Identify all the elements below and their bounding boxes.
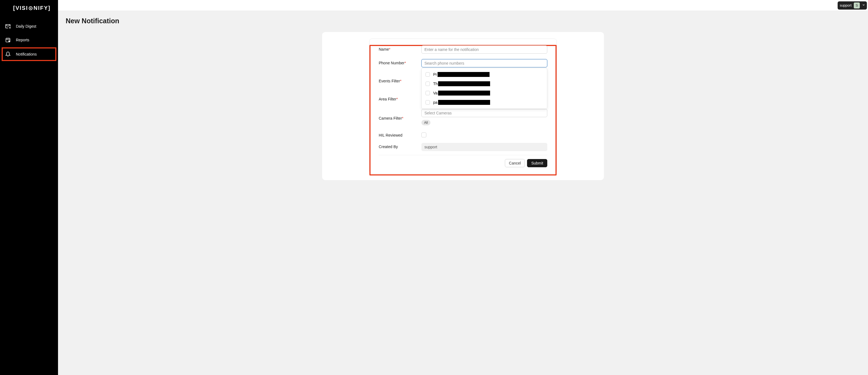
form-row-phone: Phone Number* Pr Th xyxy=(379,59,547,67)
page-title: New Notification xyxy=(66,17,860,25)
mail-plus-icon xyxy=(5,23,11,29)
topbar: support S xyxy=(58,0,868,11)
form-row-hil: HIL Reviewed xyxy=(379,131,547,137)
svg-point-6 xyxy=(9,41,9,41)
sidebar-item-notifications[interactable]: Notifications xyxy=(2,48,56,61)
chevron-down-icon xyxy=(862,3,865,7)
redacted-block xyxy=(438,72,490,77)
checkbox-icon[interactable] xyxy=(426,100,430,104)
svg-point-1 xyxy=(30,7,31,9)
phone-option[interactable]: Pr xyxy=(422,70,547,79)
user-menu[interactable]: support S xyxy=(838,1,867,9)
phone-dropdown-panel: Pr Th Va pa xyxy=(422,68,547,109)
calendar-icon xyxy=(5,37,11,43)
camera-select[interactable]: Select Cameras xyxy=(422,109,547,117)
phone-option[interactable]: Th xyxy=(422,79,547,88)
checkbox-icon[interactable] xyxy=(426,72,430,76)
phone-option[interactable]: Va xyxy=(422,88,547,98)
camera-label: Camera Filter* xyxy=(379,109,422,120)
events-label: Events Filter* xyxy=(379,77,422,83)
brand-logo: [VISINIFY] xyxy=(0,2,58,20)
createdby-label: Created By xyxy=(379,143,422,149)
sidebar-item-label: Notifications xyxy=(16,52,37,56)
form-row-camera: Camera Filter* Select Cameras All xyxy=(379,109,547,125)
camera-all-pill[interactable]: All xyxy=(422,120,430,125)
form-footer: Cancel Submit xyxy=(379,155,547,167)
sidebar-item-reports[interactable]: Reports xyxy=(0,33,58,47)
submit-button[interactable]: Submit xyxy=(527,159,547,167)
form-card: Name* Phone Number* Pr xyxy=(369,39,557,174)
form-row-name: Name* xyxy=(379,45,547,54)
username-label: support xyxy=(840,3,851,7)
card-wrapper: Name* Phone Number* Pr xyxy=(322,32,604,180)
phone-label: Phone Number* xyxy=(379,59,422,65)
area-label: Area Filter* xyxy=(379,95,422,101)
phone-search-input[interactable] xyxy=(422,59,547,67)
name-label: Name* xyxy=(379,45,422,52)
content-area: New Notification Name* Phone Number* xyxy=(58,11,868,375)
redacted-block xyxy=(438,81,490,86)
checkbox-icon[interactable] xyxy=(426,82,430,86)
sidebar-item-label: Reports xyxy=(16,38,29,42)
sidebar: [VISINIFY] Daily Digest Reports Notifica… xyxy=(0,0,58,375)
cancel-button[interactable]: Cancel xyxy=(505,159,525,167)
createdby-input xyxy=(422,143,547,151)
form-row-createdby: Created By xyxy=(379,143,547,151)
phone-option[interactable]: pa xyxy=(422,98,547,107)
redacted-block xyxy=(438,100,490,105)
hil-checkbox[interactable] xyxy=(422,132,426,137)
avatar: S xyxy=(854,2,860,8)
hil-label: HIL Reviewed xyxy=(379,131,422,137)
checkbox-icon[interactable] xyxy=(426,91,430,95)
sidebar-item-label: Daily Digest xyxy=(16,24,36,28)
redacted-block xyxy=(438,91,490,96)
sidebar-item-daily-digest[interactable]: Daily Digest xyxy=(0,20,58,33)
bell-icon xyxy=(5,51,11,57)
main-container: support S New Notification Name* xyxy=(58,0,868,375)
name-input[interactable] xyxy=(422,45,547,54)
